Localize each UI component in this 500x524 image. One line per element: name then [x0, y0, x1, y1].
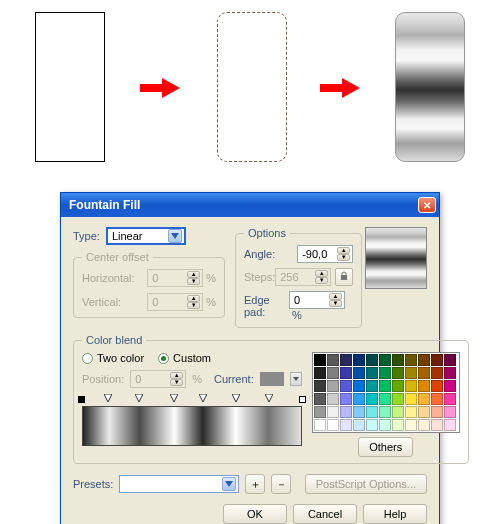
palette-swatch[interactable] — [444, 380, 456, 392]
palette-swatch[interactable] — [431, 367, 443, 379]
current-swatch[interactable] — [260, 372, 284, 386]
palette-swatch[interactable] — [431, 393, 443, 405]
palette-swatch[interactable] — [379, 354, 391, 366]
gradient-stop[interactable] — [232, 394, 240, 402]
gradient-stop[interactable] — [265, 394, 273, 402]
gradient-stop[interactable] — [104, 394, 112, 402]
palette-swatch[interactable] — [418, 380, 430, 392]
angle-label: Angle: — [244, 248, 275, 260]
palette-swatch[interactable] — [444, 367, 456, 379]
palette-swatch[interactable] — [353, 406, 365, 418]
palette-swatch[interactable] — [431, 406, 443, 418]
help-button[interactable]: Help — [363, 504, 427, 524]
close-icon: ✕ — [423, 200, 431, 211]
palette-swatch[interactable] — [314, 380, 326, 392]
palette-swatch[interactable] — [392, 367, 404, 379]
palette-swatch[interactable] — [444, 406, 456, 418]
palette-swatch[interactable] — [444, 393, 456, 405]
palette-swatch[interactable] — [353, 380, 365, 392]
current-dropdown[interactable] — [290, 372, 302, 386]
titlebar[interactable]: Fountain Fill ✕ — [61, 193, 439, 217]
palette-swatch[interactable] — [340, 380, 352, 392]
palette-swatch[interactable] — [418, 354, 430, 366]
palette-swatch[interactable] — [314, 419, 326, 431]
gradient-stop[interactable] — [170, 394, 178, 402]
gradient-preview[interactable] — [365, 227, 427, 289]
preset-add-button[interactable]: ＋ — [245, 474, 265, 494]
palette-swatch[interactable] — [340, 393, 352, 405]
palette-swatch[interactable] — [379, 419, 391, 431]
lock-button[interactable] — [335, 268, 353, 286]
palette-swatch[interactable] — [327, 393, 339, 405]
palette-swatch[interactable] — [379, 380, 391, 392]
palette-swatch[interactable] — [314, 367, 326, 379]
cancel-button[interactable]: Cancel — [293, 504, 357, 524]
ok-button[interactable]: OK — [223, 504, 287, 524]
gradient-ramp[interactable] — [82, 406, 302, 446]
palette-swatch[interactable] — [314, 354, 326, 366]
postscript-button: PostScript Options... — [305, 474, 427, 494]
color-palette[interactable] — [312, 352, 460, 433]
palette-swatch[interactable] — [431, 419, 443, 431]
palette-swatch[interactable] — [392, 406, 404, 418]
palette-swatch[interactable] — [392, 354, 404, 366]
palette-swatch[interactable] — [431, 354, 443, 366]
palette-swatch[interactable] — [405, 419, 417, 431]
gradient-stop[interactable] — [199, 394, 207, 402]
palette-swatch[interactable] — [405, 354, 417, 366]
palette-swatch[interactable] — [392, 419, 404, 431]
palette-swatch[interactable] — [366, 380, 378, 392]
shape-rounded-rect — [217, 12, 287, 162]
palette-swatch[interactable] — [314, 393, 326, 405]
gradient-editor[interactable] — [82, 394, 302, 446]
palette-swatch[interactable] — [405, 393, 417, 405]
palette-swatch[interactable] — [314, 406, 326, 418]
palette-swatch[interactable] — [353, 367, 365, 379]
custom-radio[interactable]: Custom — [158, 352, 211, 364]
palette-swatch[interactable] — [327, 380, 339, 392]
palette-swatch[interactable] — [353, 354, 365, 366]
palette-swatch[interactable] — [327, 419, 339, 431]
palette-swatch[interactable] — [392, 380, 404, 392]
palette-swatch[interactable] — [366, 354, 378, 366]
palette-swatch[interactable] — [405, 406, 417, 418]
palette-swatch[interactable] — [405, 367, 417, 379]
type-combo[interactable]: Linear — [106, 227, 186, 245]
palette-swatch[interactable] — [366, 367, 378, 379]
palette-swatch[interactable] — [392, 393, 404, 405]
close-button[interactable]: ✕ — [418, 197, 436, 213]
palette-swatch[interactable] — [418, 406, 430, 418]
palette-swatch[interactable] — [379, 406, 391, 418]
palette-swatch[interactable] — [340, 367, 352, 379]
palette-swatch[interactable] — [418, 367, 430, 379]
palette-swatch[interactable] — [379, 393, 391, 405]
palette-swatch[interactable] — [405, 380, 417, 392]
gradient-stop-end[interactable] — [299, 396, 306, 403]
preset-remove-button[interactable]: － — [271, 474, 291, 494]
palette-swatch[interactable] — [418, 393, 430, 405]
palette-swatch[interactable] — [353, 393, 365, 405]
palette-swatch[interactable] — [366, 406, 378, 418]
gradient-stop[interactable] — [135, 394, 143, 402]
palette-swatch[interactable] — [353, 419, 365, 431]
svg-marker-7 — [170, 394, 178, 402]
palette-swatch[interactable] — [418, 419, 430, 431]
palette-swatch[interactable] — [327, 367, 339, 379]
gradient-stop-start[interactable] — [78, 396, 85, 403]
presets-combo[interactable] — [119, 475, 239, 493]
two-color-radio[interactable]: Two color — [82, 352, 144, 364]
palette-swatch[interactable] — [444, 354, 456, 366]
palette-swatch[interactable] — [327, 406, 339, 418]
palette-swatch[interactable] — [444, 419, 456, 431]
palette-swatch[interactable] — [340, 406, 352, 418]
palette-swatch[interactable] — [366, 419, 378, 431]
palette-swatch[interactable] — [327, 354, 339, 366]
angle-input[interactable]: -90,0 ▲▼ — [297, 245, 353, 263]
palette-swatch[interactable] — [431, 380, 443, 392]
palette-swatch[interactable] — [379, 367, 391, 379]
palette-swatch[interactable] — [366, 393, 378, 405]
palette-swatch[interactable] — [340, 419, 352, 431]
others-button[interactable]: Others — [358, 437, 413, 457]
palette-swatch[interactable] — [340, 354, 352, 366]
edgepad-input[interactable]: 0 ▲▼ — [289, 291, 345, 309]
